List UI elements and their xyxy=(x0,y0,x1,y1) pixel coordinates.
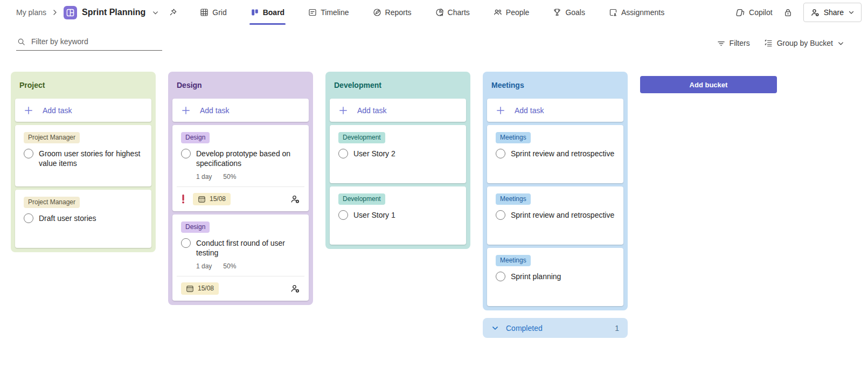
search-input[interactable] xyxy=(30,37,161,46)
bucket-design: Design Add task Design Develop prototype… xyxy=(168,72,313,305)
person-add-icon xyxy=(810,8,820,17)
bucket-meetings: Meetings Add task Meetings Sprint review… xyxy=(483,72,628,310)
plan-menu-chevron-down-icon[interactable] xyxy=(152,9,159,16)
task-card[interactable]: Development User Story 1 xyxy=(330,186,466,245)
due-date-chip[interactable]: 15/08 xyxy=(181,282,219,295)
tab-people[interactable]: People xyxy=(492,0,531,25)
bucket-project: Project Add task Project Manager Groom u… xyxy=(11,72,156,252)
chevron-down-icon xyxy=(848,9,855,16)
tab-assignments[interactable]: Assignments xyxy=(608,0,665,25)
label-chip: Design xyxy=(181,221,210,233)
task-card[interactable]: Meetings Sprint review and retrospective xyxy=(487,186,623,245)
task-checkbox[interactable] xyxy=(338,149,348,158)
add-task-label: Add task xyxy=(515,106,544,115)
task-card[interactable]: Project Manager Groom user stories for h… xyxy=(15,125,151,186)
task-title: User Story 2 xyxy=(353,148,395,158)
chevron-right-icon xyxy=(52,9,58,16)
task-title: Sprint review and retrospective xyxy=(511,210,614,220)
plus-icon xyxy=(181,106,191,115)
label-chip: Meetings xyxy=(496,255,531,266)
add-task-button[interactable]: Add task xyxy=(330,99,466,122)
bucket-name[interactable]: Development xyxy=(330,76,466,99)
plus-icon xyxy=(24,106,33,115)
copilot-button[interactable]: Copilot xyxy=(735,8,773,17)
tab-label: People xyxy=(506,8,530,17)
task-checkbox[interactable] xyxy=(496,149,505,158)
lock-icon[interactable] xyxy=(783,8,793,17)
search-icon xyxy=(17,38,25,46)
board-icon xyxy=(251,8,259,17)
grid-icon xyxy=(200,8,209,17)
bucket-name[interactable]: Design xyxy=(172,76,309,99)
tab-goals[interactable]: Goals xyxy=(552,0,586,25)
task-checkbox[interactable] xyxy=(24,213,33,223)
task-title: Sprint planning xyxy=(511,271,561,281)
task-percent-complete: 50% xyxy=(223,262,236,270)
board: Project Add task Project Manager Groom u… xyxy=(0,51,868,338)
group-by-button[interactable]: Group by Bucket xyxy=(764,39,844,47)
tab-charts[interactable]: Charts xyxy=(434,0,471,25)
task-checkbox[interactable] xyxy=(496,272,505,281)
due-date-chip[interactable]: 15/08 xyxy=(193,193,231,205)
calendar-icon xyxy=(186,285,194,293)
share-button[interactable]: Share xyxy=(803,3,862,22)
tab-label: Goals xyxy=(565,8,585,17)
reports-icon xyxy=(373,8,381,17)
page-title: Sprint Planning xyxy=(82,8,145,17)
card-divider xyxy=(177,186,304,187)
chevron-down-icon xyxy=(837,40,844,47)
top-bar: My plans Sprint Planning Grid Board Ti xyxy=(0,0,868,25)
task-card[interactable]: Development User Story 2 xyxy=(330,125,466,183)
task-duration: 1 day xyxy=(196,173,212,181)
pin-icon[interactable] xyxy=(169,8,177,17)
task-checkbox[interactable] xyxy=(181,149,191,158)
plus-icon xyxy=(338,106,348,115)
copilot-icon xyxy=(735,8,745,17)
assignments-icon xyxy=(609,8,617,17)
filter-icon xyxy=(717,39,725,47)
bucket-name[interactable]: Meetings xyxy=(487,76,623,99)
group-list-icon xyxy=(764,39,773,47)
task-card[interactable]: Meetings Sprint review and retrospective xyxy=(487,125,623,183)
task-card[interactable]: Design Conduct first round of user testi… xyxy=(172,214,309,301)
timeline-icon xyxy=(308,8,317,17)
task-checkbox[interactable] xyxy=(338,210,348,220)
tab-label: Charts xyxy=(448,8,470,17)
add-bucket-button[interactable]: Add bucket xyxy=(640,76,777,93)
add-task-button[interactable]: Add task xyxy=(172,99,309,122)
task-title: Draft user stories xyxy=(39,213,96,223)
keyword-search xyxy=(16,34,162,51)
tab-bar: Grid Board Timeline Reports Charts xyxy=(199,0,687,25)
label-chip: Project Manager xyxy=(24,197,80,208)
task-checkbox[interactable] xyxy=(496,210,505,220)
assign-person-add-icon[interactable] xyxy=(290,283,300,294)
assign-person-add-icon[interactable] xyxy=(290,194,300,204)
completed-label: Completed xyxy=(506,324,543,333)
group-by-label: Group by Bucket xyxy=(777,39,833,47)
task-checkbox[interactable] xyxy=(181,238,191,248)
bucket-name[interactable]: Project xyxy=(15,76,151,99)
chevron-down-icon xyxy=(491,324,499,332)
filters-button[interactable]: Filters xyxy=(717,39,750,47)
breadcrumb-my-plans[interactable]: My plans xyxy=(16,8,46,17)
label-chip: Development xyxy=(338,193,385,205)
tab-board[interactable]: Board xyxy=(249,0,286,25)
task-card[interactable]: Meetings Sprint planning xyxy=(487,248,623,306)
completed-count: 1 xyxy=(615,324,619,333)
task-percent-complete: 50% xyxy=(223,173,236,181)
add-task-button[interactable]: Add task xyxy=(487,99,623,122)
priority-important-icon xyxy=(181,195,185,204)
bucket-development: Development Add task Development User St… xyxy=(325,72,470,249)
add-task-button[interactable]: Add task xyxy=(15,99,151,122)
task-title: Conduct first round of user testing xyxy=(196,238,300,258)
task-card[interactable]: Design Develop prototype based on specif… xyxy=(172,125,309,211)
completed-section-toggle[interactable]: Completed 1 xyxy=(483,318,628,338)
tab-reports[interactable]: Reports xyxy=(372,0,413,25)
task-card[interactable]: Project Manager Draft user stories xyxy=(15,190,151,248)
tab-label: Assignments xyxy=(621,8,664,17)
task-title: Groom user stories for highest value ite… xyxy=(39,148,143,168)
task-checkbox[interactable] xyxy=(24,149,33,158)
charts-icon xyxy=(435,8,444,17)
tab-timeline[interactable]: Timeline xyxy=(307,0,350,25)
tab-grid[interactable]: Grid xyxy=(199,0,227,25)
